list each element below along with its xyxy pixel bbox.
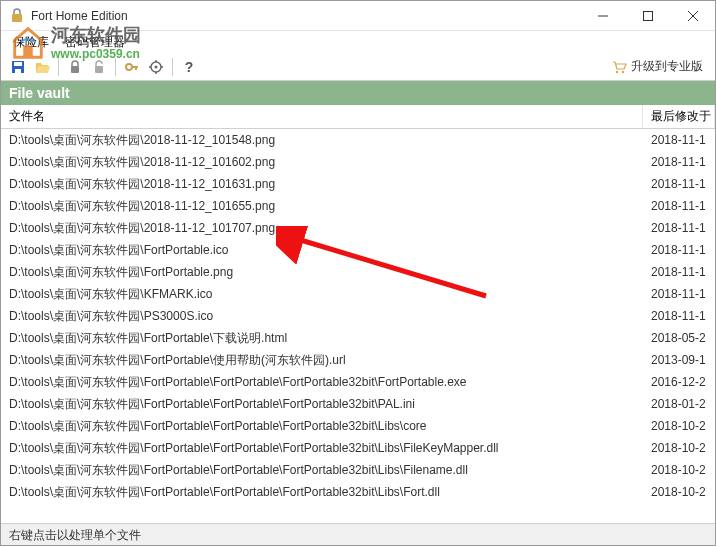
maximize-button[interactable] — [625, 1, 670, 30]
svg-point-15 — [155, 65, 158, 68]
window-title: Fort Home Edition — [31, 9, 580, 23]
file-path: D:\tools\桌面\河东软件园\2018-11-12_101707.png — [1, 220, 643, 237]
menubar: 保险库 密码管理器 — [1, 31, 715, 53]
table-row[interactable]: D:\tools\桌面\河东软件园\2018-11-12_101655.png2… — [1, 195, 715, 217]
file-path: D:\tools\桌面\河东软件园\PS3000S.ico — [1, 308, 643, 325]
file-date: 2018-11-1 — [643, 287, 715, 301]
file-list[interactable]: D:\tools\桌面\河东软件园\2018-11-12_101548.png2… — [1, 129, 715, 505]
unlock-button[interactable] — [88, 56, 110, 78]
file-path: D:\tools\桌面\河东软件园\2018-11-12_101631.png — [1, 176, 643, 193]
file-date: 2018-11-1 — [643, 133, 715, 147]
table-row[interactable]: D:\tools\桌面\河东软件园\FortPortable\FortPorta… — [1, 437, 715, 459]
vault-header: File vault — [1, 81, 715, 105]
table-row[interactable]: D:\tools\桌面\河东软件园\FortPortable\FortPorta… — [1, 481, 715, 503]
file-date: 2018-11-1 — [643, 243, 715, 257]
svg-rect-0 — [12, 14, 22, 22]
svg-rect-8 — [15, 69, 21, 73]
svg-rect-10 — [95, 66, 103, 73]
toolbar-separator — [115, 58, 116, 76]
file-date: 2018-11-1 — [643, 199, 715, 213]
settings-button[interactable] — [145, 56, 167, 78]
file-date: 2018-10-2 — [643, 463, 715, 477]
file-date: 2018-10-2 — [643, 441, 715, 455]
file-date: 2018-11-1 — [643, 309, 715, 323]
help-button[interactable]: ? — [178, 56, 200, 78]
table-row[interactable]: D:\tools\桌面\河东软件园\FortPortable.ico2018-1… — [1, 239, 715, 261]
column-modified[interactable]: 最后修改于 — [643, 105, 715, 128]
file-date: 2018-10-2 — [643, 485, 715, 499]
table-row[interactable]: D:\tools\桌面\河东软件园\2018-11-12_101548.png2… — [1, 129, 715, 151]
svg-rect-2 — [643, 11, 652, 20]
file-path: D:\tools\桌面\河东软件园\FortPortable\FortPorta… — [1, 440, 643, 457]
file-path: D:\tools\桌面\河东软件园\FortPortable.ico — [1, 242, 643, 259]
table-row[interactable]: D:\tools\桌面\河东软件园\FortPortable\下载说明.html… — [1, 327, 715, 349]
table-row[interactable]: D:\tools\桌面\河东软件园\2018-11-12_101707.png2… — [1, 217, 715, 239]
upgrade-label: 升级到专业版 — [631, 58, 703, 75]
file-path: D:\tools\桌面\河东软件园\FortPortable\FortPorta… — [1, 396, 643, 413]
svg-rect-9 — [71, 66, 79, 73]
file-path: D:\tools\桌面\河东软件园\FortPortable\下载说明.html — [1, 330, 643, 347]
file-path: D:\tools\桌面\河东软件园\FortPortable\FortPorta… — [1, 374, 643, 391]
file-path: D:\tools\桌面\河东软件园\2018-11-12_101548.png — [1, 132, 643, 149]
file-date: 2018-11-1 — [643, 177, 715, 191]
svg-rect-7 — [14, 62, 22, 66]
file-path: D:\tools\桌面\河东软件园\2018-11-12_101655.png — [1, 198, 643, 215]
save-button[interactable] — [7, 56, 29, 78]
table-row[interactable]: D:\tools\桌面\河东软件园\FortPortable.png2018-1… — [1, 261, 715, 283]
file-path: D:\tools\桌面\河东软件园\FortPortable\FortPorta… — [1, 484, 643, 501]
svg-text:?: ? — [185, 59, 194, 75]
file-path: D:\tools\桌面\河东软件园\FortPortable\使用帮助(河东软件… — [1, 352, 643, 369]
toolbar-separator — [58, 58, 59, 76]
window-controls — [580, 1, 715, 30]
table-row[interactable]: D:\tools\桌面\河东软件园\FortPortable\FortPorta… — [1, 393, 715, 415]
cart-icon — [611, 59, 627, 75]
svg-point-11 — [126, 64, 132, 70]
file-date: 2018-11-1 — [643, 155, 715, 169]
statusbar: 右键点击以处理单个文件 — [1, 523, 715, 545]
file-date: 2018-11-1 — [643, 221, 715, 235]
minimize-button[interactable] — [580, 1, 625, 30]
column-filename[interactable]: 文件名 — [1, 105, 643, 128]
file-date: 2018-10-2 — [643, 419, 715, 433]
open-button[interactable] — [31, 56, 53, 78]
key-button[interactable] — [121, 56, 143, 78]
table-row[interactable]: D:\tools\桌面\河东软件园\2018-11-12_101602.png2… — [1, 151, 715, 173]
file-path: D:\tools\桌面\河东软件园\FortPortable\FortPorta… — [1, 418, 643, 435]
list-header: 文件名 最后修改于 — [1, 105, 715, 129]
menu-vault[interactable]: 保险库 — [5, 32, 57, 53]
titlebar: Fort Home Edition — [1, 1, 715, 31]
table-row[interactable]: D:\tools\桌面\河东软件园\PS3000S.ico2018-11-1 — [1, 305, 715, 327]
close-button[interactable] — [670, 1, 715, 30]
file-path: D:\tools\桌面\河东软件园\KFMARK.ico — [1, 286, 643, 303]
file-path: D:\tools\桌面\河东软件园\2018-11-12_101602.png — [1, 154, 643, 171]
app-icon — [9, 8, 25, 24]
toolbar: ? 升级到专业版 — [1, 53, 715, 81]
table-row[interactable]: D:\tools\桌面\河东软件园\FortPortable\FortPorta… — [1, 371, 715, 393]
upgrade-button[interactable]: 升级到专业版 — [605, 56, 709, 77]
file-date: 2016-12-2 — [643, 375, 715, 389]
lock-button[interactable] — [64, 56, 86, 78]
svg-point-22 — [622, 70, 624, 72]
file-path: D:\tools\桌面\河东软件园\FortPortable.png — [1, 264, 643, 281]
table-row[interactable]: D:\tools\桌面\河东软件园\FortPortable\使用帮助(河东软件… — [1, 349, 715, 371]
file-path: D:\tools\桌面\河东软件园\FortPortable\FortPorta… — [1, 462, 643, 479]
menu-password-manager[interactable]: 密码管理器 — [57, 32, 133, 53]
file-date: 2018-01-2 — [643, 397, 715, 411]
table-row[interactable]: D:\tools\桌面\河东软件园\FortPortable\FortPorta… — [1, 459, 715, 481]
table-row[interactable]: D:\tools\桌面\河东软件园\KFMARK.ico2018-11-1 — [1, 283, 715, 305]
table-row[interactable]: D:\tools\桌面\河东软件园\FortPortable\FortPorta… — [1, 415, 715, 437]
svg-point-21 — [616, 70, 618, 72]
file-date: 2013-09-1 — [643, 353, 715, 367]
table-row[interactable]: D:\tools\桌面\河东软件园\2018-11-12_101631.png2… — [1, 173, 715, 195]
toolbar-separator — [172, 58, 173, 76]
file-date: 2018-05-2 — [643, 331, 715, 345]
file-date: 2018-11-1 — [643, 265, 715, 279]
